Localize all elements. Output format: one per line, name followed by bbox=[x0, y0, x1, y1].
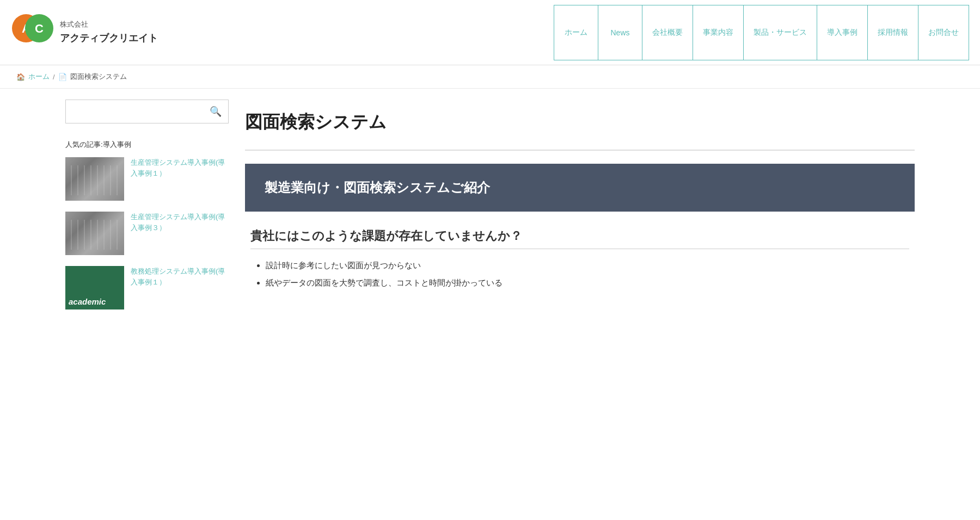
sidebar-popular-label: 人気の記事:導入事例 bbox=[65, 140, 229, 150]
article-thumbnail bbox=[65, 157, 124, 201]
breadcrumb-home[interactable]: ホーム bbox=[28, 72, 50, 82]
list-item: 生産管理システム導入事例(導入事例３） bbox=[65, 212, 229, 255]
search-box: 🔍 bbox=[65, 100, 229, 123]
article-link[interactable]: 生産管理システム導入事例(導入事例１） bbox=[131, 157, 229, 178]
logo-text: 株式会社 アクティブクリエイト bbox=[60, 19, 158, 46]
nav-item: 採用情報 bbox=[868, 5, 918, 60]
article-link[interactable]: 教務処理システム導入事例(導入事例１） bbox=[131, 266, 229, 287]
nav-link[interactable]: 採用情報 bbox=[868, 5, 918, 60]
nav-item: 導入事例 bbox=[817, 5, 868, 60]
search-input[interactable] bbox=[66, 102, 203, 121]
nav-item: ホーム bbox=[554, 5, 598, 60]
content-header: 図面検索システム bbox=[245, 100, 915, 151]
article-link[interactable]: 生産管理システム導入事例(導入事例３） bbox=[131, 212, 229, 233]
nav-link[interactable]: 製品・サービス bbox=[744, 5, 817, 60]
nav-item: 事業内容 bbox=[693, 5, 744, 60]
list-item: 生産管理システム導入事例(導入事例１） bbox=[65, 157, 229, 201]
nav-link[interactable]: 会社概要 bbox=[642, 5, 693, 60]
article-thumbnail: academic bbox=[65, 266, 124, 309]
article-thumbnail bbox=[65, 212, 124, 255]
nav-link[interactable]: 導入事例 bbox=[817, 5, 867, 60]
problems-list: 設計時に参考にしたい図面が見つからない紙やデータの図面を大勢で調査し、コストと時… bbox=[250, 257, 909, 291]
main-nav: ホームNews会社概要事業内容製品・サービス導入事例採用情報お問合せ bbox=[163, 5, 969, 60]
page-body: 🔍 人気の記事:導入事例 生産管理システム導入事例(導入事例１）生産管理システム… bbox=[54, 89, 926, 320]
breadcrumb-page-icon: 📄 bbox=[58, 73, 67, 81]
nav-item: 製品・サービス bbox=[744, 5, 817, 60]
svg-text:C: C bbox=[35, 22, 44, 35]
home-icon: 🏠 bbox=[16, 73, 25, 81]
breadcrumb-current: 図面検索システム bbox=[70, 72, 127, 82]
page-title: 図面検索システム bbox=[245, 100, 915, 142]
section-banner: 製造業向け・図面検索システムご紹介 bbox=[245, 164, 915, 212]
sidebar: 🔍 人気の記事:導入事例 生産管理システム導入事例(導入事例１）生産管理システム… bbox=[65, 100, 229, 309]
nav-link[interactable]: 事業内容 bbox=[693, 5, 743, 60]
site-header: A C 株式会社 アクティブクリエイト ホームNews会社概要事業内容製品・サー… bbox=[0, 0, 980, 65]
search-button[interactable]: 🔍 bbox=[203, 100, 228, 123]
nav-item: News bbox=[598, 5, 642, 60]
breadcrumb: 🏠 ホーム / 📄 図面検索システム bbox=[0, 65, 980, 89]
list-item: 紙やデータの図面を大勢で調査し、コストと時間が掛かっている bbox=[266, 274, 909, 292]
nav-item: 会社概要 bbox=[642, 5, 693, 60]
problems-section: 貴社にはこのような課題が存在していませんか？ 設計時に参考にしたい図面が見つから… bbox=[245, 228, 915, 291]
logo-area: A C 株式会社 アクティブクリエイト bbox=[11, 11, 163, 54]
company-name-ja: アクティブクリエイト bbox=[60, 30, 158, 46]
company-logo[interactable]: A C bbox=[11, 11, 54, 54]
nav-item: お問合せ bbox=[918, 5, 969, 60]
list-item: academic教務処理システム導入事例(導入事例１） bbox=[65, 266, 229, 309]
main-content: 図面検索システム 製造業向け・図面検索システムご紹介 貴社にはこのような課題が存… bbox=[245, 100, 915, 291]
problems-title: 貴社にはこのような課題が存在していませんか？ bbox=[250, 228, 909, 249]
nav-link[interactable]: News bbox=[598, 5, 642, 60]
nav-link[interactable]: お問合せ bbox=[918, 5, 969, 60]
breadcrumb-separator: / bbox=[53, 73, 55, 81]
nav-link[interactable]: ホーム bbox=[554, 5, 598, 60]
sidebar-articles: 生産管理システム導入事例(導入事例１）生産管理システム導入事例(導入事例３）ac… bbox=[65, 157, 229, 309]
list-item: 設計時に参考にしたい図面が見つからない bbox=[266, 257, 909, 274]
company-name: 株式会社 bbox=[60, 19, 158, 30]
